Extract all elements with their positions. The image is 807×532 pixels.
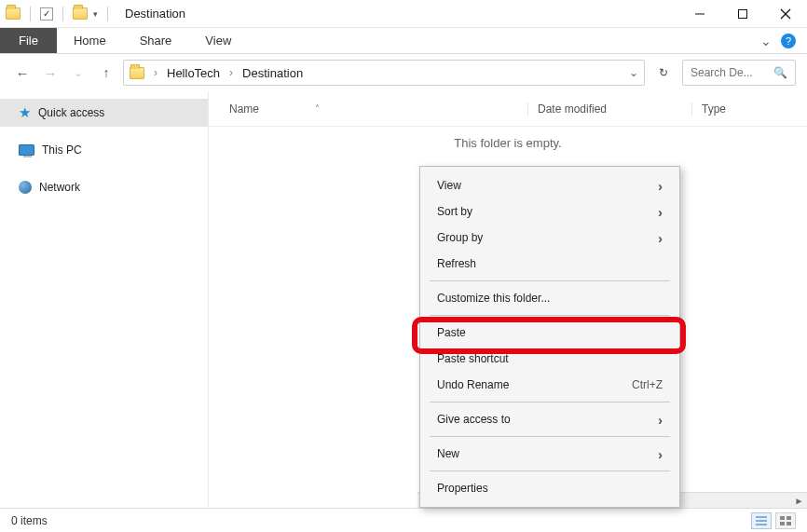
help-icon[interactable]: ? xyxy=(781,34,796,48)
search-icon: 🔍 xyxy=(773,66,787,79)
menu-label: Paste xyxy=(437,326,466,339)
menu-give-access-to[interactable]: Give access to xyxy=(420,406,679,432)
sidebar-item-label: Network xyxy=(39,181,80,194)
monitor-icon xyxy=(19,144,34,156)
svg-rect-10 xyxy=(786,522,791,525)
menu-paste-shortcut[interactable]: Paste shortcut xyxy=(420,346,679,372)
sidebar-item-this-pc[interactable]: This PC xyxy=(0,136,208,164)
search-box[interactable]: 🔍 xyxy=(682,60,796,86)
separator xyxy=(62,7,63,21)
svg-rect-1 xyxy=(739,9,747,18)
folder-icon xyxy=(6,7,21,20)
network-icon xyxy=(19,181,32,194)
menu-shortcut: Ctrl+Z xyxy=(632,378,663,391)
context-menu: View Sort by Group by Refresh Customize … xyxy=(419,166,680,508)
search-input[interactable] xyxy=(691,66,763,79)
sidebar-item-quick-access[interactable]: ★ Quick access xyxy=(0,99,208,127)
properties-qat-button[interactable]: ✓ xyxy=(40,7,53,20)
status-item-count: 0 items xyxy=(11,514,48,527)
up-button[interactable]: ↑ xyxy=(95,61,117,84)
menu-properties[interactable]: Properties xyxy=(420,475,679,501)
title-bar: ✓ ▾ Destination xyxy=(0,0,807,28)
menu-label: Paste shortcut xyxy=(437,352,509,365)
menu-refresh[interactable]: Refresh xyxy=(420,251,679,277)
ribbon: File Home Share View ⌄ ? xyxy=(0,28,807,54)
recent-locations-button[interactable]: ⌄ xyxy=(67,61,89,84)
back-button[interactable]: ← xyxy=(11,61,34,84)
svg-rect-9 xyxy=(780,522,785,525)
tab-home[interactable]: Home xyxy=(57,28,123,53)
menu-separator xyxy=(430,315,670,316)
status-bar: 0 items xyxy=(0,508,807,532)
sidebar-item-network[interactable]: Network xyxy=(0,173,208,201)
body: ★ Quick access This PC Network Name ˄ Da… xyxy=(0,91,807,508)
menu-label: Properties xyxy=(437,482,488,495)
address-dropdown-icon[interactable]: ⌄ xyxy=(629,66,638,79)
menu-undo-rename[interactable]: Undo Rename Ctrl+Z xyxy=(420,372,679,398)
breadcrumb-segment[interactable]: Destination xyxy=(242,66,303,80)
navigation-pane: ★ Quick access This PC Network xyxy=(0,91,209,508)
breadcrumb-segment[interactable]: HelloTech xyxy=(167,66,220,80)
column-label: Name xyxy=(229,102,259,116)
menu-group-by[interactable]: Group by xyxy=(420,225,679,251)
qat-dropdown-icon[interactable]: ▾ xyxy=(93,9,98,19)
ribbon-collapse-icon[interactable]: ⌄ xyxy=(760,34,772,48)
quick-access-toolbar: ✓ ▾ Destination xyxy=(0,7,185,21)
menu-customize-folder[interactable]: Customize this folder... xyxy=(420,285,679,311)
empty-folder-text: This folder is empty. xyxy=(209,127,807,150)
refresh-button[interactable]: ↻ xyxy=(650,60,677,86)
menu-separator xyxy=(430,280,670,281)
menu-label: Sort by xyxy=(437,205,472,218)
menu-separator xyxy=(430,471,670,471)
sidebar-item-label: This PC xyxy=(42,143,82,157)
menu-separator xyxy=(430,402,670,402)
new-folder-qat-button[interactable] xyxy=(73,7,88,20)
menu-new[interactable]: New xyxy=(420,441,679,467)
menu-label: Undo Rename xyxy=(437,378,509,391)
minimize-button[interactable] xyxy=(678,0,721,28)
menu-label: New xyxy=(437,447,459,460)
menu-label: Customize this folder... xyxy=(437,292,550,305)
scroll-right-button[interactable]: ► xyxy=(791,493,807,509)
chevron-right-icon[interactable]: › xyxy=(226,66,237,79)
svg-rect-7 xyxy=(780,516,785,520)
column-header-date[interactable]: Date modified xyxy=(527,102,691,116)
forward-button[interactable]: → xyxy=(39,61,62,84)
maximize-button[interactable] xyxy=(721,0,764,28)
separator xyxy=(107,7,108,21)
column-header-type[interactable]: Type xyxy=(691,102,807,116)
svg-rect-8 xyxy=(786,516,791,520)
address-bar[interactable]: › HelloTech › Destination ⌄ xyxy=(123,60,645,86)
sidebar-item-label: Quick access xyxy=(38,106,104,119)
navigation-bar: ← → ⌄ ↑ › HelloTech › Destination ⌄ ↻ 🔍 xyxy=(0,54,807,91)
menu-sort-by[interactable]: Sort by xyxy=(420,198,679,225)
chevron-right-icon[interactable]: › xyxy=(150,66,161,79)
details-view-button[interactable] xyxy=(751,512,772,529)
tab-view[interactable]: View xyxy=(188,28,248,53)
star-icon: ★ xyxy=(19,104,31,121)
menu-label: Refresh xyxy=(437,257,476,270)
thumbnails-view-button[interactable] xyxy=(775,512,796,529)
menu-paste[interactable]: Paste xyxy=(420,320,679,346)
menu-label: Give access to xyxy=(437,413,511,426)
folder-icon xyxy=(130,67,144,79)
window-controls xyxy=(678,0,807,28)
window-title: Destination xyxy=(125,7,185,20)
close-button[interactable] xyxy=(764,0,807,28)
tab-share[interactable]: Share xyxy=(123,28,189,53)
menu-separator xyxy=(430,436,670,437)
column-header-name[interactable]: Name ˄ xyxy=(229,102,527,116)
sort-caret-icon: ˄ xyxy=(315,103,320,114)
column-headers: Name ˄ Date modified Type xyxy=(209,91,807,127)
menu-label: Group by xyxy=(437,231,483,244)
menu-view[interactable]: View xyxy=(420,172,679,198)
menu-label: View xyxy=(437,179,461,192)
separator xyxy=(30,7,31,21)
file-tab[interactable]: File xyxy=(0,28,57,53)
